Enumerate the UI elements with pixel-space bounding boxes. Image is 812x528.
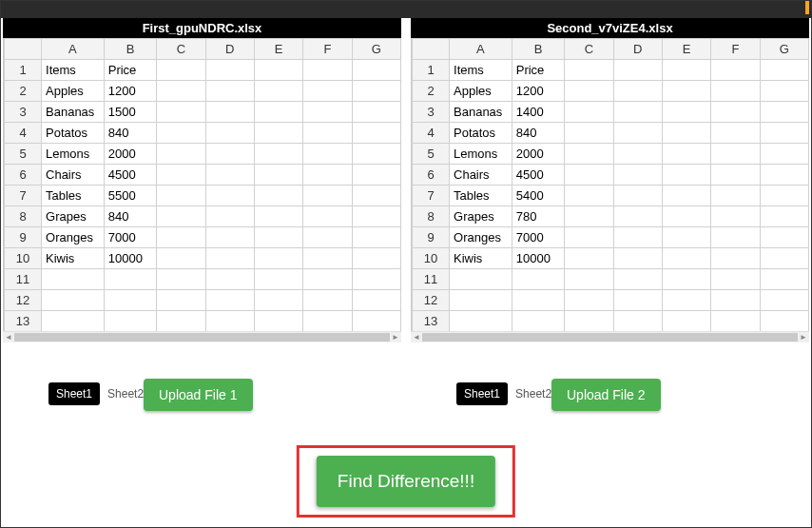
cell[interactable] bbox=[303, 165, 352, 186]
cell[interactable] bbox=[352, 144, 400, 165]
cell[interactable] bbox=[303, 206, 352, 227]
cell[interactable] bbox=[352, 102, 400, 123]
cell[interactable] bbox=[205, 311, 254, 332]
cell[interactable] bbox=[205, 248, 254, 269]
col-header[interactable]: B bbox=[104, 39, 156, 60]
find-difference-button[interactable]: Find Difference!!! bbox=[317, 456, 495, 507]
cell[interactable] bbox=[711, 206, 760, 227]
cell[interactable] bbox=[254, 248, 302, 269]
grid-right[interactable]: A B C D E F G 1ItemsPrice2Apples12003Ban… bbox=[411, 38, 809, 332]
cell[interactable]: 1400 bbox=[512, 102, 564, 123]
row-header[interactable]: 3 bbox=[413, 102, 450, 123]
cell[interactable] bbox=[662, 123, 710, 144]
row-header[interactable]: 1 bbox=[413, 60, 450, 81]
row-header[interactable]: 13 bbox=[413, 311, 450, 332]
cell[interactable] bbox=[760, 144, 808, 165]
col-header[interactable]: C bbox=[157, 39, 205, 60]
cell[interactable] bbox=[711, 248, 760, 269]
cell[interactable] bbox=[613, 81, 662, 102]
row-header[interactable]: 6 bbox=[5, 165, 42, 186]
cell[interactable] bbox=[205, 269, 254, 290]
cell[interactable]: Chairs bbox=[450, 165, 512, 186]
cell[interactable] bbox=[711, 123, 760, 144]
cell[interactable]: Items bbox=[42, 60, 105, 81]
cell[interactable] bbox=[303, 144, 352, 165]
col-header[interactable]: F bbox=[711, 39, 760, 60]
hscrollbar-right[interactable]: ◄ ► bbox=[411, 331, 809, 342]
cell[interactable] bbox=[254, 206, 302, 227]
cell[interactable] bbox=[662, 186, 710, 206]
cell[interactable] bbox=[711, 81, 760, 102]
cell[interactable] bbox=[760, 60, 808, 81]
cell[interactable] bbox=[711, 102, 760, 123]
cell[interactable] bbox=[613, 144, 662, 165]
cell[interactable] bbox=[254, 81, 302, 102]
cell[interactable] bbox=[352, 311, 400, 332]
cell[interactable]: 5500 bbox=[104, 186, 156, 206]
cell[interactable]: 840 bbox=[104, 123, 156, 144]
cell[interactable] bbox=[512, 311, 564, 332]
cell[interactable] bbox=[760, 206, 808, 227]
cell[interactable] bbox=[711, 186, 760, 206]
cell[interactable] bbox=[254, 102, 302, 123]
cell[interactable]: 1200 bbox=[104, 81, 156, 102]
cell[interactable] bbox=[352, 60, 400, 81]
cell[interactable] bbox=[760, 290, 808, 311]
cell[interactable] bbox=[205, 290, 254, 311]
upload-file-2-button[interactable]: Upload File 2 bbox=[551, 379, 661, 411]
grid-left[interactable]: A B C D E F G 1ItemsPrice2Apples12003Ban… bbox=[3, 38, 401, 332]
row-header[interactable]: 3 bbox=[5, 102, 42, 123]
cell[interactable]: Oranges bbox=[42, 227, 105, 248]
cell[interactable]: 840 bbox=[512, 123, 564, 144]
cell[interactable] bbox=[352, 186, 400, 206]
cell[interactable] bbox=[760, 165, 808, 186]
row-header[interactable]: 12 bbox=[413, 290, 450, 311]
cell[interactable] bbox=[157, 248, 205, 269]
cell[interactable] bbox=[512, 290, 564, 311]
cell[interactable] bbox=[205, 81, 254, 102]
row-header[interactable]: 9 bbox=[5, 227, 42, 248]
cell[interactable] bbox=[760, 311, 808, 332]
cell[interactable] bbox=[205, 227, 254, 248]
cell[interactable] bbox=[205, 60, 254, 81]
cell[interactable] bbox=[157, 311, 205, 332]
cell[interactable] bbox=[352, 227, 400, 248]
cell[interactable] bbox=[662, 165, 710, 186]
cell[interactable] bbox=[352, 290, 400, 311]
col-header[interactable]: E bbox=[254, 39, 302, 60]
cell[interactable] bbox=[303, 227, 352, 248]
cell[interactable] bbox=[613, 102, 662, 123]
cell[interactable]: 1200 bbox=[512, 81, 564, 102]
cell[interactable] bbox=[205, 144, 254, 165]
cell[interactable]: Lemons bbox=[450, 144, 512, 165]
cell[interactable] bbox=[565, 144, 613, 165]
cell[interactable]: Tables bbox=[42, 186, 105, 206]
cell[interactable] bbox=[662, 81, 710, 102]
cell[interactable]: 10000 bbox=[104, 248, 156, 269]
cell[interactable]: Bananas bbox=[42, 102, 105, 123]
cell[interactable] bbox=[157, 165, 205, 186]
col-header[interactable]: D bbox=[205, 39, 254, 60]
cell[interactable] bbox=[711, 144, 760, 165]
cell[interactable] bbox=[565, 269, 613, 290]
cell[interactable] bbox=[662, 102, 710, 123]
cell[interactable]: 2000 bbox=[104, 144, 156, 165]
cell[interactable] bbox=[450, 311, 512, 332]
hscrollbar-left[interactable]: ◄ ► bbox=[3, 331, 401, 342]
cell[interactable] bbox=[303, 311, 352, 332]
corner-cell[interactable] bbox=[5, 39, 42, 60]
cell[interactable] bbox=[205, 102, 254, 123]
cell[interactable] bbox=[711, 311, 760, 332]
cell[interactable] bbox=[613, 60, 662, 81]
cell[interactable] bbox=[104, 311, 156, 332]
cell[interactable] bbox=[303, 81, 352, 102]
scroll-thumb[interactable] bbox=[422, 333, 798, 342]
cell[interactable]: Price bbox=[104, 60, 156, 81]
cell[interactable] bbox=[662, 290, 710, 311]
col-header[interactable]: B bbox=[512, 39, 564, 60]
cell[interactable]: 7000 bbox=[512, 227, 564, 248]
row-header[interactable]: 1 bbox=[5, 60, 42, 81]
cell[interactable]: Tables bbox=[450, 186, 512, 206]
cell[interactable] bbox=[613, 123, 662, 144]
row-header[interactable]: 9 bbox=[413, 227, 450, 248]
